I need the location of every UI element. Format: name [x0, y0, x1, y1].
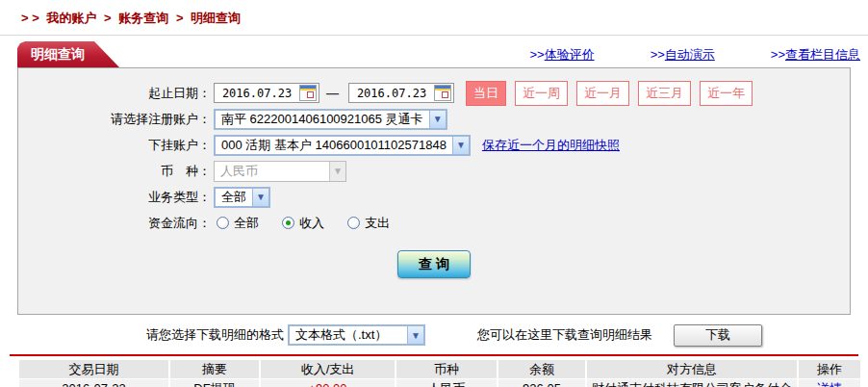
radio-income-label: 收入	[299, 215, 324, 232]
date-range-label: 起止日期：	[18, 85, 211, 102]
download-hint: 您可以在这里下载查询明细结果	[477, 326, 652, 344]
date-from-field[interactable]: 2016.07.23	[214, 83, 319, 103]
date-to-field[interactable]: 2016.07.23	[348, 83, 454, 103]
tab-bar: 明细查询 >>体验评价 >>自动演示 >>查看栏目信息	[0, 41, 868, 67]
download-format-value: 文本格式（.txt）	[290, 326, 407, 344]
link-view-column-info[interactable]: >>查看栏目信息	[771, 46, 860, 64]
range-button-last-week[interactable]: 近一周	[515, 81, 568, 106]
breadcrumb-prefix: > >	[21, 11, 39, 25]
date-to-value[interactable]: 2016.07.23	[349, 87, 434, 100]
date-range-row: 起止日期： 2016.07.23 — 2016.07.23 当日 近一周 近一月…	[18, 82, 850, 104]
breadcrumb-separator: >	[104, 11, 112, 25]
radio-all-label: 全部	[234, 215, 259, 232]
quick-range-buttons: 当日 近一周 近一月 近三月 近一年	[466, 81, 761, 106]
chevron-down-icon[interactable]: ▼	[407, 326, 423, 344]
radio-checked-icon[interactable]	[282, 217, 294, 229]
range-button-today[interactable]: 当日	[466, 81, 506, 106]
chevron-down-icon: ▼	[329, 162, 345, 181]
business-type-select[interactable]: 全部 ▼	[214, 187, 270, 208]
sub-account-value: 000 活期 基本户 1406600101102571848	[216, 137, 452, 154]
range-button-last-month[interactable]: 近一月	[576, 81, 629, 106]
cell-currency: 人民币	[396, 379, 497, 387]
link-experience-rating[interactable]: >>体验评价	[529, 46, 594, 64]
chevron-down-icon[interactable]: ▼	[429, 111, 446, 128]
date-separator: —	[326, 86, 339, 100]
tab-detail-query[interactable]: 明细查询	[17, 41, 119, 67]
cell-summary: DF提现	[170, 379, 259, 387]
query-form-panel: 起止日期： 2016.07.23 — 2016.07.23 当日 近一周 近一月…	[17, 67, 851, 315]
transaction-table: 交易日期 摘要 收入/支出 币种 余额 对方信息 操作 2016-07-23 D…	[17, 359, 862, 387]
sub-account-label: 下挂账户：	[18, 137, 211, 154]
save-snapshot-link[interactable]: 保存近一个月的明细快照	[482, 137, 620, 154]
fund-flow-options: 全部 收入 支出	[217, 215, 413, 232]
date-from-value[interactable]: 2016.07.23	[215, 87, 299, 100]
cell-counterparty: 财付通支付科技有限公司客户备付金	[587, 379, 797, 387]
link-auto-demo[interactable]: >>自动演示	[651, 46, 715, 64]
radio-income[interactable]: 收入	[282, 215, 324, 232]
range-button-last-3-months[interactable]: 近三月	[638, 81, 691, 106]
table-header-row: 交易日期 摘要 收入/支出 币种 余额 对方信息 操作	[19, 360, 860, 378]
business-type-row: 业务类型： 全部 ▼	[18, 186, 850, 208]
header-income-expense: 收入/支出	[261, 360, 395, 378]
radio-icon[interactable]	[347, 217, 360, 229]
calendar-icon[interactable]	[299, 85, 317, 101]
currency-select: 人民币 ▼	[214, 161, 346, 182]
fund-flow-label: 资金流向：	[18, 215, 211, 232]
header-balance: 余额	[498, 360, 585, 378]
header-counterparty: 对方信息	[587, 360, 797, 378]
detail-link[interactable]: 详情	[817, 381, 842, 387]
header-action: 操作	[799, 360, 860, 378]
table-row: 2016-07-23 DF提现 +90.00 人民币 926.05 财付通支付科…	[19, 379, 860, 387]
download-button[interactable]: 下载	[674, 324, 762, 347]
header-transaction-date: 交易日期	[19, 360, 168, 378]
register-account-row: 请选择注册账户： 南平 6222001406100921065 灵通卡 ▼	[18, 108, 850, 130]
business-type-label: 业务类型：	[18, 189, 211, 206]
fund-flow-row: 资金流向： 全部 收入 支出	[18, 212, 850, 234]
sub-account-select[interactable]: 000 活期 基本户 1406600101102571848 ▼	[214, 135, 471, 156]
cell-action: 详情	[799, 379, 860, 387]
register-account-select[interactable]: 南平 6222001406100921065 灵通卡 ▼	[214, 109, 447, 130]
breadcrumb: > > 我的账户 > 账务查询 > 明细查询	[0, 0, 868, 36]
breadcrumb-item-my-account[interactable]: 我的账户	[46, 11, 96, 25]
currency-label: 币 种：	[18, 163, 211, 180]
header-summary: 摘要	[170, 360, 259, 378]
header-currency: 币种	[396, 360, 497, 378]
range-button-last-year[interactable]: 近一年	[700, 81, 753, 106]
breadcrumb-item-detail-query[interactable]: 明细查询	[191, 11, 241, 25]
radio-all[interactable]: 全部	[217, 215, 259, 232]
download-format-select[interactable]: 文本格式（.txt） ▼	[288, 324, 425, 346]
currency-row: 币 种： 人民币 ▼	[18, 160, 850, 182]
download-format-label: 请您选择下载明细的格式	[146, 326, 284, 344]
download-row: 请您选择下载明细的格式 文本格式（.txt） ▼ 您可以在这里下载查询明细结果 …	[0, 322, 868, 348]
business-type-value: 全部	[216, 189, 252, 206]
breadcrumb-separator: >	[176, 11, 184, 25]
currency-value: 人民币	[215, 163, 329, 180]
register-account-value: 南平 6222001406100921065 灵通卡	[216, 111, 429, 128]
radio-expense-label: 支出	[365, 215, 390, 232]
breadcrumb-item-account-query[interactable]: 账务查询	[118, 11, 168, 25]
top-links: >>体验评价 >>自动演示 >>查看栏目信息	[529, 46, 868, 64]
table-top-divider	[10, 354, 858, 356]
chevron-down-icon[interactable]: ▼	[252, 189, 268, 206]
sub-account-row: 下挂账户： 000 活期 基本户 1406600101102571848 ▼ 保…	[18, 134, 850, 156]
query-button[interactable]: 查 询	[397, 250, 471, 278]
calendar-icon[interactable]	[434, 85, 451, 101]
register-account-label: 请选择注册账户：	[18, 111, 211, 128]
chevron-down-icon[interactable]: ▼	[452, 137, 469, 154]
radio-icon[interactable]	[217, 217, 229, 229]
cell-transaction-date: 2016-07-23	[19, 379, 168, 387]
cell-balance: 926.05	[498, 379, 585, 387]
radio-expense[interactable]: 支出	[347, 215, 390, 232]
cell-amount: +90.00	[261, 379, 395, 387]
